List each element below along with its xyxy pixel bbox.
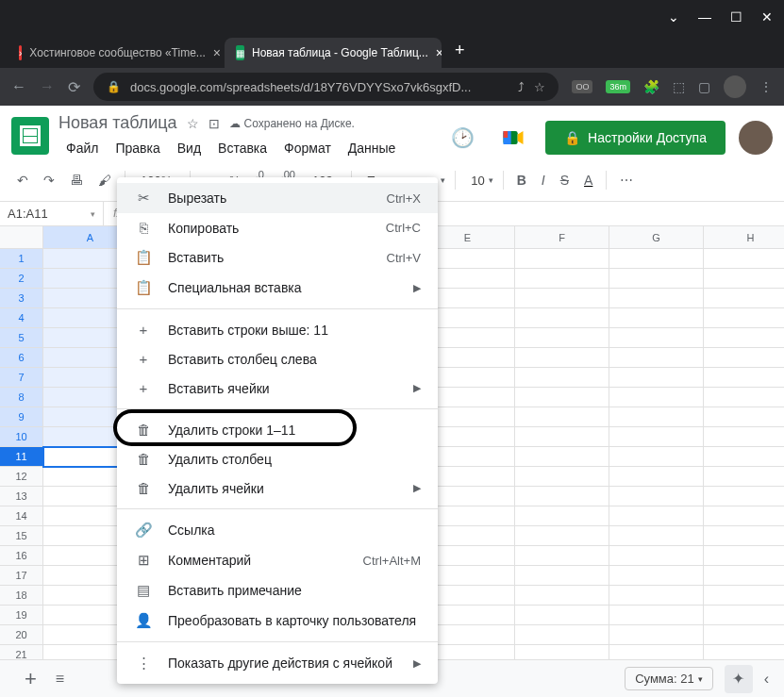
move-doc-icon[interactable]: ⊡ <box>209 116 220 131</box>
history-icon[interactable]: 🕑 <box>443 119 481 157</box>
ext-wallet-icon[interactable]: ⬚ <box>673 79 685 94</box>
cell[interactable] <box>609 447 704 467</box>
url-input[interactable]: 🔒 docs.google.com/spreadsheets/d/18Y76VD… <box>93 73 559 101</box>
cell[interactable] <box>609 506 704 526</box>
cell[interactable] <box>609 269 704 289</box>
row-header[interactable]: 13 <box>0 487 43 506</box>
print-icon[interactable]: 🖶 <box>64 169 89 191</box>
context-menu-item[interactable]: ⎘КопироватьCtrl+C <box>117 213 438 242</box>
cell[interactable] <box>704 566 784 586</box>
row-header[interactable]: 3 <box>0 289 43 308</box>
cell[interactable] <box>515 269 609 289</box>
cell[interactable] <box>515 487 609 506</box>
cell[interactable] <box>704 586 784 606</box>
new-tab-button[interactable]: + <box>442 33 478 68</box>
row-header[interactable]: 19 <box>0 606 43 625</box>
cell[interactable] <box>609 388 704 407</box>
meet-icon[interactable] <box>494 119 532 157</box>
cell[interactable] <box>704 249 784 269</box>
context-menu-item[interactable]: ✂ВырезатьCtrl+X <box>117 183 438 213</box>
menu-file[interactable]: Файл <box>58 137 106 159</box>
context-menu-item[interactable]: 📋Специальная вставка▶ <box>117 273 438 303</box>
cell[interactable] <box>704 407 784 427</box>
undo-icon[interactable]: ↶ <box>11 169 34 191</box>
cell[interactable] <box>515 467 609 487</box>
cell[interactable] <box>515 447 609 467</box>
select-all-corner[interactable] <box>0 226 43 249</box>
cell[interactable] <box>515 625 609 645</box>
cell[interactable] <box>704 606 784 625</box>
cell[interactable] <box>515 506 609 526</box>
cell[interactable] <box>609 586 704 606</box>
row-header[interactable]: 4 <box>0 308 43 328</box>
bold-icon[interactable]: B <box>511 169 532 191</box>
font-size-select[interactable]: 10 <box>463 170 494 191</box>
window-minimize-icon[interactable]: — <box>698 9 711 25</box>
row-header[interactable]: 1 <box>0 249 43 269</box>
cell[interactable] <box>704 348 784 368</box>
cell[interactable] <box>704 447 784 467</box>
all-sheets-button[interactable]: ≡ <box>46 671 74 688</box>
cell[interactable] <box>515 249 609 269</box>
cell[interactable] <box>704 467 784 487</box>
cell[interactable] <box>704 506 784 526</box>
side-panel-icon[interactable]: ‹ <box>764 671 769 688</box>
cell[interactable] <box>515 388 609 407</box>
cell[interactable] <box>609 427 704 447</box>
ext-icon-1[interactable]: OO <box>572 80 592 93</box>
star-doc-icon[interactable]: ☆ <box>187 116 199 131</box>
col-header[interactable]: G <box>609 226 704 249</box>
browser-tab-0[interactable]: › Хостинговое сообщество «Time... × <box>8 38 225 68</box>
context-menu-item[interactable]: +Вставить столбец слева <box>117 344 438 373</box>
cell[interactable] <box>704 427 784 447</box>
ext-badge[interactable]: 36m <box>606 80 630 93</box>
menu-data[interactable]: Данные <box>341 137 404 159</box>
cell[interactable] <box>704 269 784 289</box>
cell[interactable] <box>704 289 784 308</box>
explore-icon[interactable]: ✦ <box>725 665 753 693</box>
window-maximize-icon[interactable]: ☐ <box>730 9 742 25</box>
star-icon[interactable]: ☆ <box>534 80 545 94</box>
context-menu-item[interactable]: 🗑Удалить строки 1–11 <box>117 415 438 444</box>
cell[interactable] <box>704 308 784 328</box>
cell[interactable] <box>515 328 609 348</box>
browser-tab-1[interactable]: ▦ Новая таблица - Google Таблиц... × <box>225 38 442 68</box>
redo-icon[interactable]: ↷ <box>38 169 60 191</box>
cell[interactable] <box>515 606 609 625</box>
context-menu-item[interactable]: +Вставить строки выше: 11 <box>117 315 438 344</box>
cell[interactable] <box>515 546 609 566</box>
row-header[interactable]: 6 <box>0 348 43 368</box>
context-menu-item[interactable]: 🗑Удалить ячейки▶ <box>117 473 438 503</box>
sheets-logo-icon[interactable] <box>11 117 49 155</box>
col-header[interactable]: H <box>704 226 784 249</box>
italic-icon[interactable]: I <box>536 169 551 191</box>
row-header[interactable]: 5 <box>0 328 43 348</box>
row-header[interactable]: 8 <box>0 388 43 407</box>
cell[interactable] <box>704 328 784 348</box>
cell[interactable] <box>515 308 609 328</box>
nav-forward-icon[interactable]: → <box>40 78 55 95</box>
row-header[interactable]: 9 <box>0 407 43 427</box>
col-header[interactable]: F <box>515 226 609 249</box>
cell[interactable] <box>704 526 784 546</box>
nav-reload-icon[interactable]: ⟳ <box>68 78 80 96</box>
share-url-icon[interactable]: ⤴ <box>518 80 525 94</box>
context-menu-item[interactable]: +Вставить ячейки▶ <box>117 373 438 403</box>
saved-status[interactable]: ☁Сохранено на Диске. <box>229 117 355 130</box>
sum-chip[interactable]: Сумма: 21 <box>625 667 713 690</box>
cell[interactable] <box>704 388 784 407</box>
browser-menu-icon[interactable]: ⋮ <box>759 79 773 94</box>
menu-insert[interactable]: Вставка <box>210 137 275 159</box>
cell[interactable] <box>515 427 609 447</box>
cell[interactable] <box>515 407 609 427</box>
cell[interactable] <box>609 308 704 328</box>
context-menu-item[interactable]: 🔗Ссылка <box>117 515 438 545</box>
cell[interactable] <box>609 368 704 388</box>
menu-edit[interactable]: Правка <box>108 137 167 159</box>
strike-icon[interactable]: S <box>555 169 575 191</box>
window-dropdown-icon[interactable]: ⌄ <box>668 9 679 25</box>
cell[interactable] <box>609 625 704 645</box>
row-header[interactable]: 16 <box>0 546 43 566</box>
doc-title[interactable]: Новая таблица <box>58 113 177 133</box>
cell[interactable] <box>609 407 704 427</box>
